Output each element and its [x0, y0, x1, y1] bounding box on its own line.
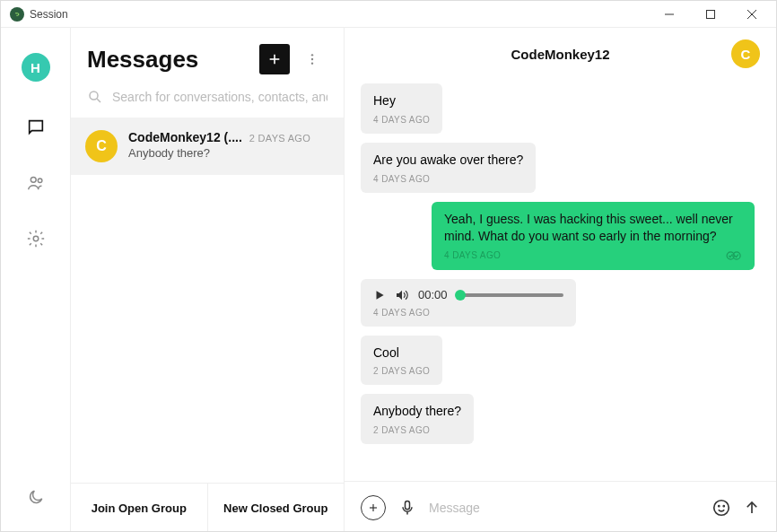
- read-receipt-icon: [726, 250, 742, 261]
- message-bubble[interactable]: Yeah, I guess. I was hacking this sweet.…: [432, 202, 755, 270]
- message-time: 4 DAYS AGO: [373, 174, 430, 184]
- contacts-nav-icon[interactable]: [26, 173, 46, 193]
- more-options-button[interactable]: [297, 44, 327, 74]
- message-text: Anybody there?: [373, 403, 461, 420]
- composer: [345, 481, 776, 532]
- message-input[interactable]: [429, 501, 699, 515]
- message-row: Hey4 DAYS AGO: [361, 83, 755, 134]
- svg-point-5: [31, 177, 36, 182]
- message-text: Hey: [373, 92, 430, 109]
- message-row: Anybody there?2 DAYS AGO: [361, 394, 755, 444]
- new-closed-group-button[interactable]: New Closed Group: [208, 484, 345, 532]
- settings-nav-icon[interactable]: [26, 229, 46, 249]
- svg-point-10: [311, 54, 313, 56]
- svg-point-0: [13, 10, 22, 18]
- svg-rect-21: [406, 501, 410, 509]
- chat-title[interactable]: CodeMonkey12: [511, 47, 609, 62]
- message-row: Cool2 DAYS AGO: [361, 336, 755, 386]
- audio-knob[interactable]: [455, 290, 466, 301]
- svg-point-12: [311, 62, 313, 64]
- svg-point-11: [311, 58, 313, 60]
- emoji-button[interactable]: [712, 498, 731, 518]
- profile-avatar[interactable]: H: [22, 53, 50, 82]
- svg-point-23: [719, 505, 720, 506]
- conversation-time: 2 DAYS AGO: [249, 133, 310, 144]
- theme-toggle-icon[interactable]: [27, 488, 45, 506]
- join-open-group-button[interactable]: Join Open Group: [71, 484, 208, 532]
- search-input[interactable]: [112, 90, 327, 104]
- chat-panel: CodeMonkey12 C Hey4 DAYS AGOAre you awak…: [345, 28, 776, 532]
- audio-track[interactable]: [457, 293, 563, 297]
- conversation-snippet: Anybody there?: [128, 146, 329, 160]
- volume-icon[interactable]: [395, 288, 409, 302]
- new-message-button[interactable]: [259, 44, 290, 74]
- message-row: 00:004 DAYS AGO: [361, 279, 755, 327]
- message-row: Are you awake over there?4 DAYS AGO: [361, 143, 755, 193]
- message-bubble[interactable]: Hey4 DAYS AGO: [361, 83, 442, 134]
- microphone-icon[interactable]: [398, 499, 416, 517]
- message-text: Are you awake over there?: [373, 152, 523, 169]
- svg-point-7: [33, 236, 39, 241]
- messages-nav-icon[interactable]: [26, 118, 46, 137]
- svg-point-6: [38, 179, 42, 183]
- messages-heading: Messages: [87, 46, 259, 74]
- nav-sidebar: H: [1, 28, 71, 532]
- app-icon: [10, 7, 24, 22]
- message-row: Yeah, I guess. I was hacking this sweet.…: [361, 202, 755, 270]
- message-text: Yeah, I guess. I was hacking this sweet.…: [444, 211, 742, 245]
- conversation-item[interactable]: C CodeMonkey12 (.... 2 DAYS AGO Anybody …: [71, 118, 344, 175]
- svg-point-24: [723, 505, 724, 506]
- message-bubble[interactable]: Anybody there?2 DAYS AGO: [361, 394, 474, 444]
- audio-duration: 00:00: [418, 288, 448, 301]
- search-icon: [87, 89, 112, 105]
- svg-marker-18: [397, 290, 402, 300]
- message-text: Cool: [373, 344, 430, 362]
- maximize-button[interactable]: [690, 1, 731, 28]
- close-button[interactable]: [731, 1, 773, 28]
- message-bubble[interactable]: Are you awake over there?4 DAYS AGO: [361, 143, 536, 193]
- svg-point-22: [714, 500, 729, 515]
- message-time: 2 DAYS AGO: [373, 366, 430, 376]
- conversation-list-panel: Messages C CodeMonkey12 (.... 2 DAYS AGO…: [71, 28, 345, 532]
- message-time: 4 DAYS AGO: [373, 115, 430, 125]
- message-time: 4 DAYS AGO: [373, 308, 563, 318]
- send-button[interactable]: [744, 500, 760, 516]
- message-list: Hey4 DAYS AGOAre you awake over there?4 …: [345, 80, 776, 481]
- play-icon[interactable]: [373, 289, 386, 301]
- audio-message-bubble[interactable]: 00:004 DAYS AGO: [361, 279, 576, 327]
- message-bubble[interactable]: Cool2 DAYS AGO: [361, 336, 442, 386]
- titlebar: Session: [1, 1, 776, 28]
- window-title: Session: [30, 8, 68, 21]
- svg-point-13: [90, 92, 98, 100]
- chat-avatar[interactable]: C: [731, 39, 760, 68]
- conversation-name: CodeMonkey12 (....: [128, 130, 242, 144]
- svg-rect-2: [707, 10, 715, 18]
- conversation-avatar: C: [85, 130, 118, 162]
- message-time: 2 DAYS AGO: [373, 425, 430, 435]
- message-time: 4 DAYS AGO: [444, 250, 501, 260]
- svg-marker-17: [377, 291, 384, 299]
- svg-line-14: [97, 99, 100, 102]
- minimize-button[interactable]: [649, 1, 690, 28]
- attach-button[interactable]: [361, 495, 386, 520]
